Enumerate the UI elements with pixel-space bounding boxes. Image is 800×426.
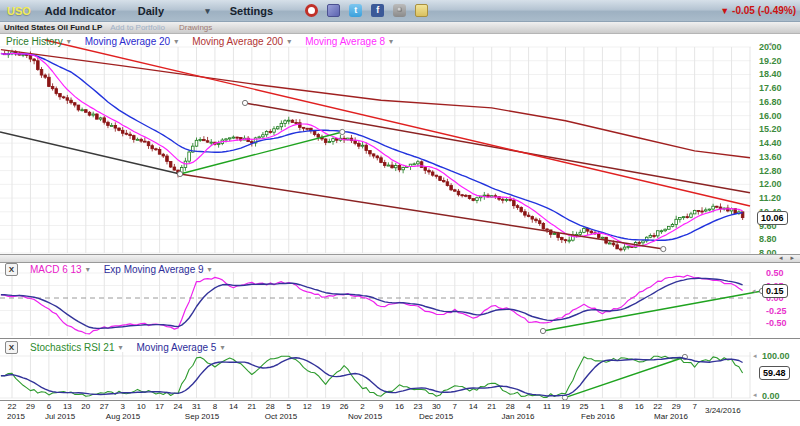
month-label: Jul 2015 xyxy=(45,412,75,421)
stochastics-panel-legend: X Stochastics RSI 21 ▾ Moving Average 5 … xyxy=(5,341,234,354)
month-label: Jan 2016 xyxy=(502,412,535,421)
chevron-down-icon[interactable]: ▾ xyxy=(287,37,291,46)
price-axis-label: 13.60 xyxy=(759,152,782,162)
macd-axis-label: 0.50 xyxy=(766,268,784,278)
date-tick: 23 xyxy=(413,402,422,411)
month-label: 2015 xyxy=(7,412,25,421)
date-tick: 1 xyxy=(600,402,604,411)
legend-price-history[interactable]: Price History xyxy=(6,36,63,47)
price-axis-label: 12.00 xyxy=(759,179,782,189)
month-label: Sep 2015 xyxy=(185,412,219,421)
legend-exp-moving-average-9[interactable]: Exp Moving Average 9 xyxy=(104,264,204,275)
date-tick: 29 xyxy=(672,402,681,411)
date-tick: 8 xyxy=(213,402,217,411)
date-tick: 19 xyxy=(321,402,330,411)
axis-separator xyxy=(0,400,800,401)
last-price-badge: 10.06 xyxy=(757,211,788,225)
macd-panel-legend: X MACD 6 13 ▾ Exp Moving Average 9 ▾ xyxy=(5,263,222,276)
legend-stochastics-rsi[interactable]: Stochastics RSI 21 xyxy=(30,342,114,353)
collapse-arrow-icon: ◂ xyxy=(752,287,756,295)
date-tick: 17 xyxy=(155,402,164,411)
collapse-arrow-icon: ◂ xyxy=(753,391,757,399)
price-axis-label: 17.60 xyxy=(759,83,782,93)
date-tick: 22 xyxy=(8,402,17,411)
date-tick: 30 xyxy=(432,402,441,411)
month-label: Feb 2016 xyxy=(581,412,615,421)
main-chart-legend: Price History ▾ Moving Average 20 ▾ Movi… xyxy=(6,36,403,47)
legend-moving-average-20[interactable]: Moving Average 20 xyxy=(85,36,170,47)
date-tick: 20 xyxy=(81,402,90,411)
chevron-down-icon[interactable]: ▾ xyxy=(118,343,122,352)
chevron-down-icon[interactable]: ▾ xyxy=(174,37,178,46)
date-tick: 13 xyxy=(63,402,72,411)
date-tick: 27 xyxy=(100,402,109,411)
last-date-label: 3/24/2016 xyxy=(705,406,741,415)
date-tick: 7 xyxy=(453,402,457,411)
moving-averages xyxy=(1,50,750,247)
month-label: Aug 2015 xyxy=(106,412,140,421)
price-axis-label: 12.80 xyxy=(759,166,782,176)
date-tick: 11 xyxy=(543,402,551,411)
collapse-arrow-icon: ◂ xyxy=(753,352,757,360)
macd-value-badge: 0.15 xyxy=(762,284,788,298)
price-axis-label: 15.20 xyxy=(759,124,782,134)
date-tick: 16 xyxy=(635,402,644,411)
date-tick: 14 xyxy=(469,402,478,411)
charting-application: USO Add Indicator Daily ▾ Settings tf ▼ … xyxy=(0,0,800,426)
month-label: Mar 2016 xyxy=(654,412,688,421)
close-macd-panel-button[interactable]: X xyxy=(5,263,18,276)
date-tick: 7 xyxy=(692,402,696,411)
month-label: Oct 2015 xyxy=(265,412,297,421)
macd-series xyxy=(1,275,743,334)
chevron-down-icon[interactable]: ▾ xyxy=(208,265,212,274)
price-axis-label: 14.40 xyxy=(759,138,782,148)
date-tick: 6 xyxy=(47,402,51,411)
date-tick: 21 xyxy=(247,402,256,411)
stoch-value-badge: 59.48 xyxy=(759,366,790,380)
macd-axis-label: -0.25 xyxy=(766,306,787,316)
date-tick: 4 xyxy=(526,402,530,411)
date-tick: 26 xyxy=(340,402,349,411)
scrollbar-arrows-icon[interactable]: ◂ ▸ xyxy=(779,254,797,262)
price-axis-label: 8.80 xyxy=(759,234,777,244)
price-axis-label: 11.20 xyxy=(759,193,781,203)
date-tick: 14 xyxy=(229,402,238,411)
price-axis-label: 19.20 xyxy=(759,56,782,66)
date-tick: 29 xyxy=(26,402,35,411)
legend-moving-average-8[interactable]: Moving Average 8 xyxy=(305,36,385,47)
chart-horizontal-scrollbar[interactable]: ◂ ▸ xyxy=(0,254,800,263)
date-tick: 8 xyxy=(619,402,623,411)
legend-macd[interactable]: MACD 6 13 xyxy=(30,264,82,275)
chevron-down-icon[interactable]: ▾ xyxy=(86,265,90,274)
stoch-axis-label: 100.00 xyxy=(762,351,790,361)
price-axis-label: 18.40 xyxy=(759,69,782,79)
date-tick: 12 xyxy=(303,402,312,411)
collapse-arrow-icon: ◂ xyxy=(768,40,772,48)
date-tick: 3 xyxy=(120,402,124,411)
stochastics-series xyxy=(1,356,743,397)
chevron-down-icon[interactable]: ▾ xyxy=(389,37,393,46)
date-tick: 25 xyxy=(579,402,588,411)
chevron-down-icon[interactable]: ▾ xyxy=(67,37,71,46)
price-axis-label: 16.00 xyxy=(759,111,782,121)
date-tick: 24 xyxy=(174,402,183,411)
price-axis-label: 16.80 xyxy=(759,97,782,107)
date-tick: 22 xyxy=(653,402,662,411)
date-tick: 2 xyxy=(360,402,364,411)
date-tick: 5 xyxy=(287,402,291,411)
candlesticks xyxy=(3,50,744,252)
panel-separator xyxy=(0,338,800,339)
date-tick: 19 xyxy=(561,402,570,411)
date-tick: 10 xyxy=(137,402,146,411)
macd-axis-label: -0.50 xyxy=(766,318,787,328)
month-label: Dec 2015 xyxy=(419,412,453,421)
date-tick: 9 xyxy=(379,402,383,411)
close-stochastics-panel-button[interactable]: X xyxy=(5,341,18,354)
date-tick: 31 xyxy=(192,402,201,411)
date-tick: 21 xyxy=(487,402,496,411)
date-tick: 28 xyxy=(266,402,275,411)
legend-moving-average-200[interactable]: Moving Average 200 xyxy=(192,36,283,47)
chevron-down-icon[interactable]: ▾ xyxy=(220,343,224,352)
price-chart-plot[interactable] xyxy=(0,0,800,426)
legend-moving-average-5[interactable]: Moving Average 5 xyxy=(137,342,217,353)
